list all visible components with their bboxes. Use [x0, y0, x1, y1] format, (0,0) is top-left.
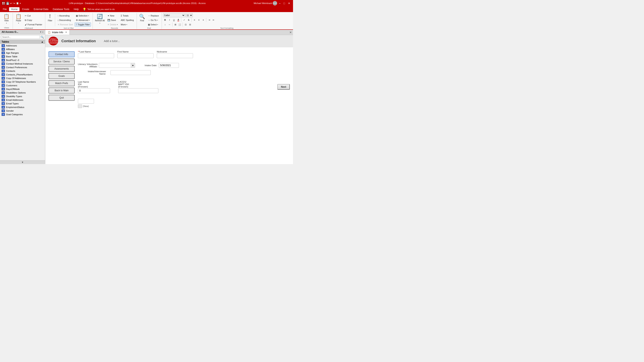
contact-info-button[interactable]: Contact Info: [48, 51, 75, 57]
filter-button[interactable]: ⊺ Filter: [46, 13, 54, 26]
alt-fill-button[interactable]: ⬜: [178, 22, 182, 26]
undo-icon[interactable]: ↩: [10, 2, 12, 5]
spelling-button[interactable]: ABC Spelling: [120, 18, 135, 22]
align-center-button[interactable]: ≡: [197, 18, 201, 22]
record-current-input[interactable]: [78, 99, 94, 104]
new-record-button[interactable]: ✦ New: [106, 14, 119, 18]
table-item[interactable]: Email Types: [0, 102, 45, 105]
table-item[interactable]: Gender: [0, 109, 45, 113]
outdent-button[interactable]: ⇤: [212, 18, 216, 22]
totals-button[interactable]: Σ Totals: [120, 14, 135, 18]
nickname-input[interactable]: [157, 53, 193, 58]
intake-info-tab[interactable]: 📋 Intake Info ✕: [45, 30, 70, 35]
table-item[interactable]: Contacts: [0, 69, 45, 73]
menu-file[interactable]: File: [1, 7, 9, 11]
nav-menu-button[interactable]: ▾: [40, 30, 41, 33]
tell-me-bar-inline[interactable]: Tell me what you want to do: [87, 8, 115, 10]
table-item[interactable]: Goal Categories: [0, 113, 45, 116]
menu-external-data[interactable]: External Data: [32, 7, 50, 11]
font-selector[interactable]: Calibri: [163, 13, 185, 17]
minimize-button[interactable]: –: [278, 1, 282, 5]
more-button[interactable]: More ▾: [120, 22, 135, 26]
advanced-button[interactable]: ⚙ Advanced ▾: [75, 18, 91, 22]
select-button[interactable]: ▦ Select ▾: [147, 22, 160, 26]
align-left-button[interactable]: ≡: [192, 18, 196, 22]
assessments-button[interactable]: Assessments: [48, 66, 75, 72]
menu-home[interactable]: Home: [9, 7, 20, 11]
font-color-button[interactable]: A: [176, 18, 180, 22]
font-size-selector[interactable]: 11: [186, 13, 193, 17]
table-item[interactable]: Base Table: [0, 55, 45, 58]
nav-collapse-button[interactable]: «: [42, 30, 44, 33]
menu-help[interactable]: Help: [72, 7, 81, 11]
remove-sort-button[interactable]: ✕ Remove Sort: [56, 22, 74, 26]
quick-access-icon[interactable]: 📋: [16, 2, 19, 5]
border-button[interactable]: ⊡: [184, 22, 188, 26]
go-to-button[interactable]: → Go To ▾: [147, 18, 160, 22]
affiliate-input[interactable]: [99, 63, 131, 67]
table-item[interactable]: Affiliates: [0, 47, 45, 51]
ascending-button[interactable]: ↑ Ascending: [56, 14, 74, 18]
grid-lines-button[interactable]: ⊞: [173, 22, 177, 26]
table-item[interactable]: Disability Types: [0, 94, 45, 98]
table-item[interactable]: Copy Of Telephone Numbers: [0, 80, 45, 84]
save-record-button[interactable]: 💾 Save: [106, 18, 119, 22]
laces-input[interactable]: [118, 88, 158, 93]
menu-database-tools[interactable]: Database Tools: [51, 7, 72, 11]
search-input[interactable]: [1, 35, 40, 39]
save-icon[interactable]: 💾: [6, 2, 9, 5]
last-name-input[interactable]: [78, 53, 114, 58]
intake-date-input[interactable]: [159, 63, 179, 68]
refresh-all-button[interactable]: 🔄 Refresh All ▾: [94, 13, 106, 26]
maximize-button[interactable]: □: [282, 1, 286, 5]
menu-create[interactable]: Create: [20, 7, 31, 11]
italic-button[interactable]: I: [168, 18, 172, 22]
table-item[interactable]: DaysOfWeek: [0, 87, 45, 91]
table-item[interactable]: Email Addresses: [0, 98, 45, 102]
table-item[interactable]: Customers: [0, 84, 45, 87]
affiliate-dropdown-button[interactable]: ▾: [131, 63, 135, 67]
redo-icon[interactable]: ↪: [13, 2, 15, 5]
service-demo-button[interactable]: Service / Demo: [48, 58, 75, 64]
descending-button[interactable]: ↓ Descending: [56, 18, 74, 22]
back-to-main-button[interactable]: Back to Main: [48, 87, 75, 93]
border2-button[interactable]: ⊟: [188, 22, 192, 26]
new-record-nav-button[interactable]: [78, 104, 82, 108]
format-painter-button[interactable]: 🖌 Format Painter: [24, 22, 44, 26]
help-icon[interactable]: 💡: [83, 8, 86, 11]
selection-button[interactable]: ▦ Selection ▾: [75, 14, 91, 18]
tab-close-button[interactable]: ✕: [65, 31, 67, 33]
table-item[interactable]: Age Ranges: [0, 51, 45, 55]
table-item[interactable]: Disabilities Options: [0, 91, 45, 94]
table-item[interactable]: Contacts_PhoneNumbers: [0, 73, 45, 76]
table-item[interactable]: Contact Method Instances: [0, 62, 45, 65]
cut-button[interactable]: ✂ Cut: [24, 14, 44, 18]
replace-button[interactable]: → Replace: [147, 14, 160, 18]
first-name-input[interactable]: [117, 53, 154, 58]
match-prefs-button[interactable]: Match Prefs: [48, 80, 75, 86]
col-width-button[interactable]: ↔: [168, 22, 172, 26]
tables-header[interactable]: Tables ▲: [0, 40, 45, 44]
view-button[interactable]: 📋 View ▾: [2, 13, 11, 26]
interviewer-input[interactable]: [110, 70, 151, 75]
next-button[interactable]: Next: [277, 84, 290, 90]
nav-scroll-button[interactable]: ▼: [0, 160, 45, 164]
table-item[interactable]: BestPlus2 -0: [0, 58, 45, 62]
find-button[interactable]: 🔍 Find: [138, 13, 146, 26]
toggle-filter-button[interactable]: ⊺ Toggle Filter: [75, 22, 91, 26]
table-item[interactable]: EmplomentStatus: [0, 105, 45, 109]
quit-button[interactable]: Quit: [48, 95, 75, 101]
tab-end-button[interactable]: ✕: [288, 30, 293, 35]
row-height-button[interactable]: ↕: [163, 22, 167, 26]
goals-button[interactable]: Goals: [48, 73, 75, 79]
underline-button[interactable]: U: [172, 18, 176, 22]
paste-button[interactable]: 📋 Paste ▾: [14, 13, 23, 26]
table-item[interactable]: Copy Of Addresses: [0, 76, 45, 80]
strikethrough-button[interactable]: S̶: [186, 18, 190, 22]
bold-button[interactable]: B: [163, 18, 167, 22]
table-item[interactable]: Addresses: [0, 44, 45, 47]
copy-button[interactable]: ⧉ Copy: [24, 18, 44, 22]
close-button[interactable]: ✕: [287, 1, 292, 5]
align-right-button[interactable]: ≡: [201, 18, 205, 22]
user-avatar[interactable]: MW: [273, 1, 277, 5]
